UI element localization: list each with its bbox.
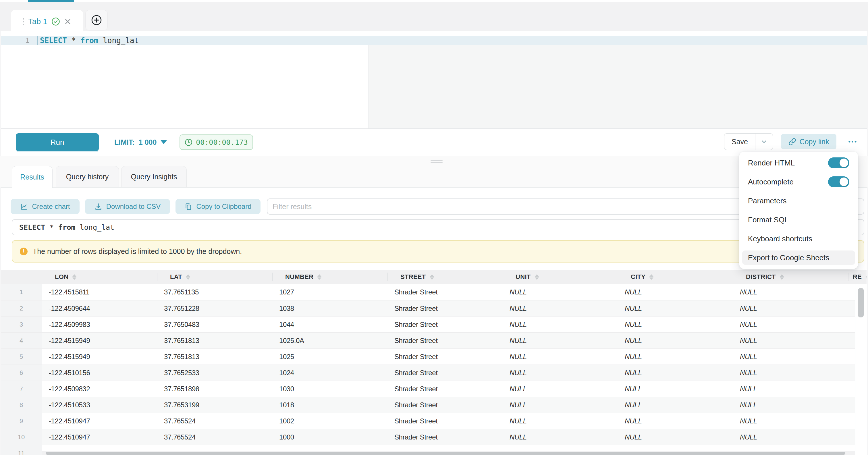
menu-item-label: Export to Google Sheets <box>748 253 829 262</box>
table-header-row: LONLATNUMBERSTREETUNITCITYDISTRICTRE <box>1 270 867 284</box>
clipboard-icon <box>184 203 192 211</box>
limit-dropdown[interactable]: LIMIT: 1 000 <box>114 133 167 151</box>
cell-street: Shrader Street <box>388 304 503 312</box>
cell-number: 1030 <box>272 385 388 393</box>
save-options-button[interactable] <box>755 133 773 150</box>
column-header-district[interactable]: DISTRICT <box>733 273 848 281</box>
cell-lon: -122.4515811 <box>42 288 157 296</box>
column-header-city[interactable]: CITY <box>618 273 733 281</box>
cell-street: Shrader Street <box>388 353 503 361</box>
drag-grip-icon[interactable] <box>23 18 24 25</box>
more-options-button[interactable] <box>845 134 860 149</box>
cell-lat: 37.765524 <box>157 417 272 425</box>
menu-item-autocomplete[interactable]: Autocomplete <box>742 175 855 189</box>
cell-lon: -122.4509983 <box>42 321 157 329</box>
panel-resize-handle[interactable] <box>431 160 443 163</box>
cell-street: Shrader Street <box>388 417 503 425</box>
cell-street: Shrader Street <box>388 433 503 441</box>
table-row: 5-122.451594937.76518131025Shrader Stree… <box>1 348 855 365</box>
sort-icon[interactable] <box>649 274 653 280</box>
row-number: 2 <box>1 300 42 316</box>
sql-code-line[interactable]: SELECT * from long_lat <box>40 36 139 45</box>
column-label: CITY <box>631 273 645 281</box>
column-label: DISTRICT <box>746 273 776 281</box>
tab-query-history[interactable]: Query history <box>56 166 119 187</box>
menu-item-parameters[interactable]: Parameters <box>742 193 855 208</box>
cell-city: NULL <box>618 288 733 296</box>
tab-label: Tab 1 <box>28 17 47 26</box>
cell-lon: -122.4509644 <box>42 304 157 312</box>
sort-icon[interactable] <box>780 274 784 280</box>
column-label: NUMBER <box>285 273 313 281</box>
cell-lat: 37.765524 <box>157 433 272 441</box>
cell-number: 1027 <box>272 288 388 296</box>
chart-line-icon <box>20 203 28 211</box>
create-chart-button[interactable]: Create chart <box>11 199 80 214</box>
cell-city: NULL <box>618 369 733 377</box>
row-number: 5 <box>1 349 42 365</box>
sort-icon[interactable] <box>535 274 539 280</box>
column-header-lon[interactable]: LON <box>42 273 157 281</box>
cell-district: NULL <box>733 321 848 329</box>
vertical-scrollbar[interactable] <box>858 288 864 317</box>
sort-icon[interactable] <box>72 274 76 280</box>
horizontal-scrollbar[interactable] <box>46 452 845 455</box>
menu-item-export-to-google-sheets[interactable]: Export to Google Sheets <box>742 250 855 265</box>
row-number: 3 <box>1 316 42 332</box>
cell-number: 1038 <box>272 304 388 312</box>
cell-street: Shrader Street <box>388 401 503 409</box>
row-limit-warning: ! The number of rows displayed is limite… <box>12 240 864 263</box>
run-button[interactable]: Run <box>16 133 99 151</box>
download-to-csv-button[interactable]: Download to CSV <box>85 199 170 214</box>
menu-item-label: Render HTML <box>748 158 795 168</box>
plus-circle-icon <box>91 14 102 26</box>
cell-lon: -122.4515949 <box>42 337 157 345</box>
column-header-lat[interactable]: LAT <box>157 273 272 281</box>
sort-icon[interactable] <box>186 274 190 280</box>
cell-district: NULL <box>733 337 848 345</box>
tab-results[interactable]: Results <box>12 166 53 188</box>
column-header-re[interactable]: RE <box>848 273 867 281</box>
tab-1[interactable]: Tab 1 <box>11 10 83 33</box>
table-row: 4-122.451594937.76518131025.0AShrader St… <box>1 332 855 348</box>
table-row: 8-122.451053337.76531991018Shrader Stree… <box>1 397 855 413</box>
toggle-switch-on[interactable] <box>828 157 849 168</box>
clock-icon <box>185 139 192 146</box>
sort-icon[interactable] <box>317 274 321 280</box>
copy-link-button[interactable]: Copy link <box>781 134 836 149</box>
column-header-street[interactable]: STREET <box>388 273 503 281</box>
column-header-number[interactable]: NUMBER <box>272 273 388 281</box>
sort-icon[interactable] <box>866 274 867 280</box>
download-icon <box>94 203 102 211</box>
table-row: 2-122.450964437.76512281038Shrader Stree… <box>1 300 855 316</box>
column-label: LON <box>55 273 68 281</box>
copy-to-clipboard-button[interactable]: Copy to Clipboard <box>176 199 260 214</box>
elapsed-time-badge: 00:00:00.173 <box>180 134 253 150</box>
chevron-down-icon <box>761 138 768 145</box>
sort-icon[interactable] <box>430 274 434 280</box>
menu-item-label: Format SQL <box>748 215 789 224</box>
toggle-switch-on[interactable] <box>828 176 849 187</box>
link-icon <box>788 138 796 146</box>
menu-item-keyboard-shortcuts[interactable]: Keyboard shortcuts <box>742 232 855 246</box>
more-options-menu: Render HTMLAutocompleteParametersFormat … <box>739 152 858 269</box>
close-tab-icon[interactable] <box>64 18 71 25</box>
cell-lon: -122.4515949 <box>42 353 157 361</box>
cell-lon: -122.4510947 <box>42 433 157 441</box>
cell-district: NULL <box>733 353 848 361</box>
sql-editor-panel[interactable]: 1 SELECT * from long_lat Run LIMIT: 1 00… <box>1 31 867 156</box>
row-number: 7 <box>1 381 42 397</box>
limit-value: 1 000 <box>139 138 157 147</box>
cell-number: 1044 <box>272 321 388 329</box>
tab-query-insights[interactable]: Query Insights <box>121 166 187 187</box>
menu-item-render-html[interactable]: Render HTML <box>742 156 855 170</box>
new-tab-button[interactable] <box>85 10 108 30</box>
cell-lat: 37.7651813 <box>157 337 272 345</box>
cell-district: NULL <box>733 304 848 312</box>
cell-unit: NULL <box>503 337 618 345</box>
save-button[interactable]: Save <box>724 133 755 150</box>
cell-lat: 37.7651813 <box>157 353 272 361</box>
column-header-unit[interactable]: UNIT <box>503 273 618 281</box>
cell-street: Shrader Street <box>388 321 503 329</box>
menu-item-format-sql[interactable]: Format SQL <box>742 213 855 227</box>
